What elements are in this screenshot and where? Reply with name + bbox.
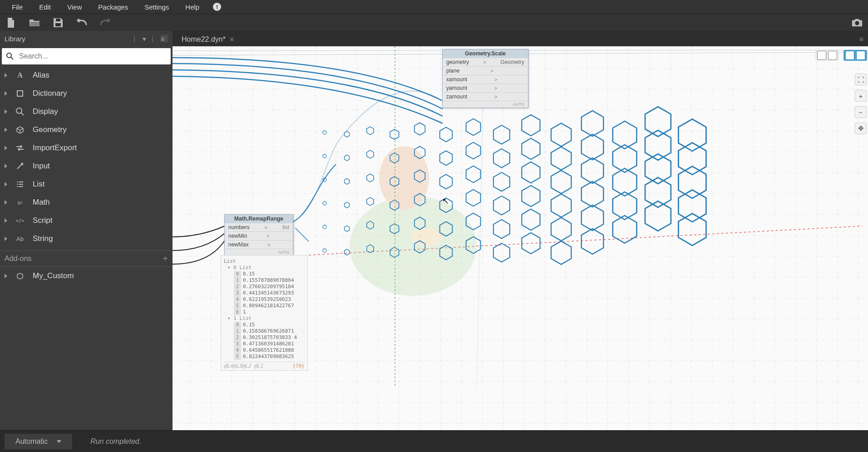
- run-mode-label: Automatic: [15, 437, 48, 446]
- input-port-newmin[interactable]: newMin: [228, 233, 247, 239]
- svg-line-4: [11, 57, 13, 59]
- input-port-yamount[interactable]: yamount: [446, 85, 467, 91]
- input-port-xamount[interactable]: xamount: [446, 76, 467, 83]
- camera-icon[interactable]: [852, 17, 863, 28]
- addon-label: My_Custom: [33, 271, 74, 280]
- library-view-toggles[interactable]: | ▾ | ≡: [133, 35, 168, 42]
- category-math[interactable]: x2Math: [0, 193, 173, 211]
- input-port-geometry[interactable]: geometry: [446, 59, 469, 65]
- add-addon-icon[interactable]: +: [163, 254, 168, 264]
- node-title: Geometry.Scale: [443, 49, 528, 58]
- node-math-remaprange[interactable]: Math.RemapRange numbers>list newMin> new…: [224, 214, 293, 256]
- open-file-icon[interactable]: [29, 17, 40, 28]
- workspace-menu-icon[interactable]: ≡: [855, 33, 868, 46]
- category-label: Alias: [33, 71, 49, 80]
- menu-view[interactable]: View: [59, 3, 90, 11]
- input-port-numbers[interactable]: numbers: [228, 224, 250, 231]
- run-mode-selector[interactable]: Automatic: [5, 434, 72, 449]
- node-title: Math.RemapRange: [225, 215, 293, 223]
- addons-label: Add-ons: [5, 255, 32, 263]
- node-output-preview[interactable]: List ▾ 0 List 00.1510.15578788907880420.…: [221, 255, 308, 371]
- output-port-geometry[interactable]: Geometry: [500, 59, 524, 65]
- input-icon: [15, 162, 25, 171]
- addon-my-custom[interactable]: My_Custom: [0, 267, 173, 285]
- svg-point-17: [379, 146, 429, 210]
- alert-icon[interactable]: !: [213, 3, 221, 11]
- svg-rect-6: [18, 91, 22, 96]
- list-icon: [15, 180, 25, 189]
- redo-icon: [100, 17, 111, 28]
- menu-settings[interactable]: Settings: [136, 3, 177, 11]
- category-geometry[interactable]: Geometry: [0, 121, 173, 139]
- category-label: Math: [33, 198, 50, 207]
- view-3d-icon-2: [828, 51, 837, 60]
- chevron-down-icon: [57, 440, 61, 443]
- search-icon: [6, 53, 14, 60]
- tab-bar: Home22.dyn* ✕ ≡: [173, 31, 868, 46]
- search-input[interactable]: [18, 52, 166, 61]
- run-status-message: Run completed.: [90, 437, 141, 446]
- output-port-list[interactable]: list: [282, 224, 289, 231]
- library-header: Library | ▾ | ≡: [0, 31, 173, 46]
- input-port-newmax[interactable]: newMax: [228, 241, 249, 248]
- mouse-cursor: ↖: [442, 196, 449, 206]
- preview-sublist-0: 0 List: [233, 265, 252, 270]
- category-list[interactable]: List: [0, 175, 173, 193]
- view-filter-icon[interactable]: ▾: [143, 35, 150, 42]
- menu-packages[interactable]: Packages: [90, 3, 136, 11]
- save-icon[interactable]: [53, 17, 64, 28]
- category-label: Dictionary: [33, 89, 67, 98]
- library-title: Library: [5, 35, 25, 43]
- input-port-zamount[interactable]: zamount: [446, 93, 467, 100]
- category-importexport[interactable]: ImportExport: [0, 139, 173, 157]
- preview-sublist-1: 1 List: [233, 315, 252, 321]
- menu-help[interactable]: Help: [177, 3, 207, 11]
- category-alias[interactable]: AAlias: [0, 66, 173, 84]
- addons-header[interactable]: Add-ons +: [0, 251, 173, 267]
- graph-canvas[interactable]: ⛶ + − ✥ Math.RemapRange numbers>list new…: [173, 46, 868, 430]
- importexport-icon: [15, 143, 25, 152]
- display-icon: [15, 107, 25, 116]
- status-bar: Automatic Run completed.: [0, 430, 868, 452]
- view-graph-icon: [845, 51, 854, 60]
- pan-icon[interactable]: ✥: [855, 123, 867, 134]
- svg-point-2: [855, 21, 859, 25]
- category-script[interactable]: </>Script: [0, 211, 173, 230]
- alias-icon: A: [15, 71, 25, 80]
- svg-line-8: [21, 113, 24, 115]
- view-list-icon[interactable]: ≡: [161, 35, 168, 42]
- category-label: List: [33, 180, 44, 189]
- node-geometry-scale[interactable]: Geometry.Scale geometry>Geometry plane> …: [442, 49, 528, 108]
- category-label: Input: [33, 162, 50, 171]
- zoom-out-icon[interactable]: −: [855, 106, 867, 118]
- input-port-plane[interactable]: plane: [446, 68, 459, 74]
- library-panel: Library | ▾ | ≡ AAlias Dictionary Displa…: [0, 31, 173, 430]
- category-display[interactable]: Display: [0, 103, 173, 121]
- view-3d-group[interactable]: [815, 50, 839, 61]
- lacing-label: AUTO: [278, 250, 289, 255]
- category-input[interactable]: Input: [0, 157, 173, 175]
- svg-rect-0: [55, 23, 61, 26]
- preview-count: {70}: [293, 363, 305, 369]
- menu-edit[interactable]: Edit: [31, 3, 59, 11]
- view-graph-icon-2: [856, 51, 865, 60]
- search-box[interactable]: [2, 48, 171, 64]
- menu-bar: File Edit View Packages Settings Help !: [0, 0, 868, 14]
- menu-file[interactable]: File: [4, 3, 31, 11]
- category-dictionary[interactable]: Dictionary: [0, 84, 173, 103]
- dictionary-icon: [15, 89, 25, 98]
- new-file-icon[interactable]: [5, 17, 16, 28]
- zoom-in-icon[interactable]: +: [855, 90, 867, 102]
- workspace-tab[interactable]: Home22.dyn* ✕: [175, 33, 238, 46]
- string-icon: Ab: [15, 234, 25, 243]
- svg-point-3: [7, 53, 11, 58]
- close-tab-icon[interactable]: ✕: [229, 36, 235, 43]
- undo-icon[interactable]: [76, 17, 87, 28]
- fit-view-icon[interactable]: ⛶: [855, 74, 867, 85]
- category-string[interactable]: AbString: [0, 230, 173, 248]
- geometry-icon: [15, 125, 25, 134]
- view-3d-icon: [817, 51, 826, 60]
- view-mode-switcher: [815, 50, 867, 61]
- view-graph-group[interactable]: [843, 50, 867, 61]
- lacing-label: AUTO: [513, 102, 524, 107]
